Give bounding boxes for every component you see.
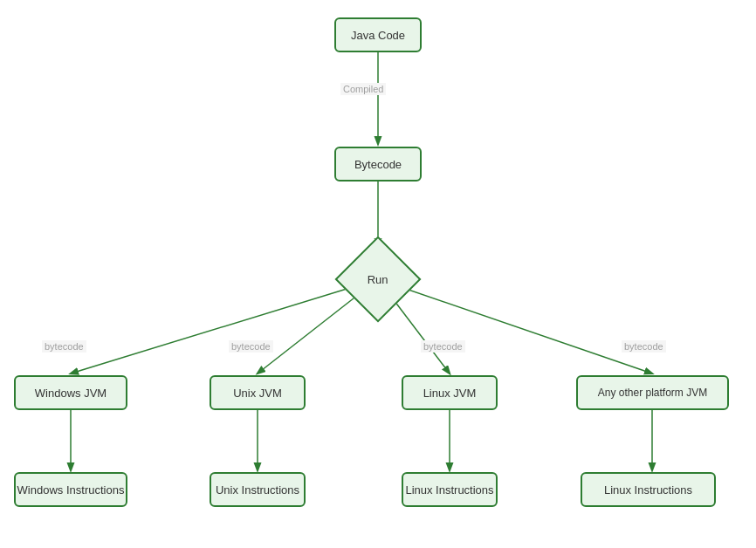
other-jvm-node: Any other platform JVM xyxy=(576,375,729,410)
java-code-node: Java Code xyxy=(334,17,422,52)
bytecode-label-3: bytecode xyxy=(421,340,465,353)
unix-jvm-node: Unix JVM xyxy=(210,375,306,410)
bytecode-label-2: bytecode xyxy=(229,340,273,353)
bytecode-label-4: bytecode xyxy=(622,340,666,353)
run-node: Run xyxy=(335,236,422,323)
bytecode-label-1: bytecode xyxy=(42,340,86,353)
bytecode-node: Bytecode xyxy=(334,147,422,182)
svg-line-5 xyxy=(378,279,652,373)
unix-instructions-node: Unix Instructions xyxy=(210,472,306,507)
windows-instructions-node: Windows Instructions xyxy=(14,472,127,507)
diagram: Java Code Compiled Bytecode Run bytecode… xyxy=(0,0,756,548)
svg-line-2 xyxy=(71,279,378,373)
linux-jvm-node: Linux JVM xyxy=(402,375,498,410)
linux-instructions-node: Linux Instructions xyxy=(402,472,498,507)
other-instructions-node: Linux Instructions xyxy=(581,472,716,507)
windows-jvm-node: Windows JVM xyxy=(14,375,127,410)
compiled-label: Compiled xyxy=(340,83,386,95)
